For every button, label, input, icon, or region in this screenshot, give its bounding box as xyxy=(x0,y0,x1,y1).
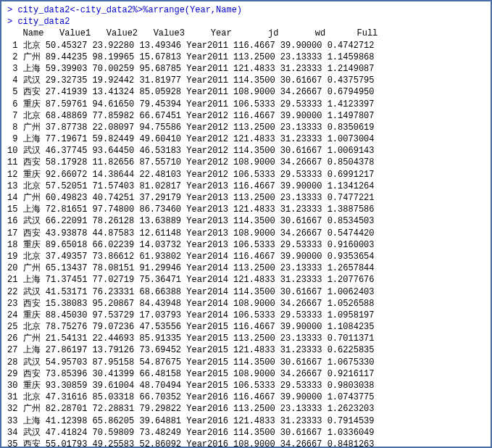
table-row: 20 广州 65.13437 78.08151 91.29946 Year201… xyxy=(7,262,485,274)
console-line-2: > city_data2 xyxy=(7,16,485,28)
table-row: 21 上海 71.37451 77.02719 75.36471 Year201… xyxy=(7,274,485,286)
table-row: 9 上海 77.19671 59.82449 49.60410 Year2012… xyxy=(7,133,485,145)
table-row: 34 武汉 47.41824 70.59809 73.48249 Year201… xyxy=(7,427,485,439)
table-row: 24 重庆 88.45030 97.53729 17.03793 Year201… xyxy=(7,310,485,321)
table-row: 11 西安 58.17928 11.82656 87.55710 Year201… xyxy=(7,157,485,168)
table-row: 23 西安 15.38083 95.20867 84.43948 Year201… xyxy=(7,298,485,310)
table-row: 12 重庆 92.66072 14.38644 22.48103 Year201… xyxy=(7,169,485,181)
table-row: 29 西安 73.85396 30.41399 66.48158 Year201… xyxy=(7,368,485,380)
table-row: 27 上海 27.86197 13.79126 73.69452 Year201… xyxy=(7,344,485,356)
table-row: 7 北京 68.48869 77.85982 66.67451 Year2012… xyxy=(7,110,485,122)
prompt-2: > xyxy=(7,17,17,27)
table-row: 4 武汉 29.32735 19.92442 31.81977 Year2011… xyxy=(7,75,485,86)
table-row: 22 武汉 41.53171 76.23331 68.66388 Year201… xyxy=(7,286,485,298)
table-row: 33 上海 41.12398 65.86205 39.64881 Year201… xyxy=(7,415,485,427)
table-row: 31 北京 47.31616 85.03318 66.70352 Year201… xyxy=(7,391,485,403)
table-row: 10 武汉 46.37745 93.64450 46.53183 Year201… xyxy=(7,145,485,157)
table-row: 2 广州 89.44235 98.19965 15.67813 Year2011… xyxy=(7,51,485,63)
console-line-1: > city_data2<-city_data2%>%arrange(Year,… xyxy=(7,4,485,16)
table-row: 18 重庆 89.65018 66.02239 14.03732 Year201… xyxy=(7,239,485,251)
code-line-2: city_data2 xyxy=(17,17,70,27)
table-row: 35 西安 55.01793 49.25583 52.86092 Year201… xyxy=(7,439,485,448)
table-row: 6 重庆 87.59761 94.61650 79.45394 Year2011… xyxy=(7,99,485,110)
table-row: 17 西安 43.93878 44.87583 12.61148 Year201… xyxy=(7,228,485,239)
table-row: 3 上海 59.39903 70.00259 95.68785 Year2011… xyxy=(7,63,485,75)
table-row: 28 武汉 54.95703 87.95158 54.87675 Year201… xyxy=(7,357,485,368)
table-row: 19 北京 37.49357 73.86612 61.93802 Year201… xyxy=(7,251,485,262)
code-line-1: city_data2<-city_data2%>%arrange(Year,Na… xyxy=(17,5,242,15)
table-row: 5 西安 27.41939 13.41324 85.05928 Year2011… xyxy=(7,86,485,98)
table-row: 16 武汉 66.22091 78.26128 13.63889 Year201… xyxy=(7,215,485,227)
table-row: 15 上海 72.81651 97.74800 86.73460 Year201… xyxy=(7,204,485,215)
table-row: 14 广州 60.49823 40.74251 37.29179 Year201… xyxy=(7,192,485,204)
table-row: 1 北京 50.45327 23.92280 13.49346 Year2011… xyxy=(7,40,485,51)
table-body: 1 北京 50.45327 23.92280 13.49346 Year2011… xyxy=(7,40,485,448)
table-row: 8 广州 37.87738 22.08097 94.75586 Year2012… xyxy=(7,122,485,133)
table-row: 26 广州 21.54131 22.44693 85.91335 Year201… xyxy=(7,333,485,344)
table-row: 32 广州 82.28701 72.28831 79.29822 Year201… xyxy=(7,403,485,415)
prompt-1: > xyxy=(7,5,17,15)
table-row: 25 北京 78.75276 79.07236 47.53556 Year201… xyxy=(7,321,485,333)
table-row: 30 重庆 93.30859 39.61004 48.70494 Year201… xyxy=(7,380,485,391)
table-header: Name Value1 Value2 Value3 Year jd wd Ful… xyxy=(7,28,485,39)
table-row: 13 北京 57.52051 71.57403 81.02817 Year201… xyxy=(7,181,485,192)
